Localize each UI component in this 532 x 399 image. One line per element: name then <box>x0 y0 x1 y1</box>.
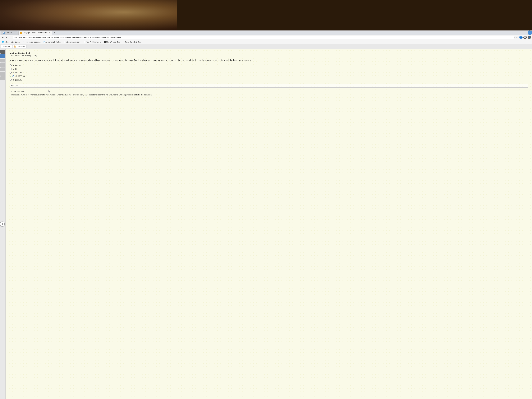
content-wrapper: < Multiple Choice 5-16 Other for AGI Ded… <box>0 49 177 133</box>
back-nav-button[interactable]: ◀ <box>1 36 4 39</box>
check-work-toggle[interactable]: ▼ Check My Work <box>11 90 177 92</box>
feedback-section: Feedback <box>10 84 177 88</box>
bookmark-nyinstitute[interactable]: 📄 New York Institute ... <box>82 41 102 43</box>
option-e[interactable]: e. $566.80 <box>10 79 177 81</box>
bookmark-clubw-icon: w <box>104 41 106 43</box>
correct-checkmark: ✓ <box>10 75 11 77</box>
sidebar: < <box>0 49 6 133</box>
bookmark-accounting-label: Accounting & Audit... <box>46 41 61 43</box>
browser-window: 📄 Ch 5 Gp 1 ✕ ⚡ CengageNOWv2 | Online te… <box>0 31 177 133</box>
tab2-favicon: ⚡ <box>20 32 22 34</box>
sidebar-item-6 <box>0 72 5 76</box>
sidebar-item-3 <box>0 59 5 63</box>
radio-d[interactable] <box>13 75 14 77</box>
option-a-label: a. $14.00 <box>13 64 21 66</box>
bookmark-accounting[interactable]: 📄 Accounting & Audit... <box>42 41 62 43</box>
page-toolbar: 📖 eBook 🧮 Calculator ? <box>0 44 177 49</box>
tab2-close[interactable]: ✕ <box>48 32 50 34</box>
tab2-label: CengageNOWv2 | Online teachin <box>23 32 48 34</box>
option-e-label: e. $566.80 <box>13 79 22 81</box>
sidebar-item-5 <box>0 68 5 71</box>
tab-cengage[interactable]: ⚡ CengageNOWv2 | Online teachin ✕ <box>19 31 52 35</box>
tab1-label: Ch 5 Gp 1 <box>6 32 13 34</box>
options-list: a. $14.00 b. $0 c. $122.00 ✓ d. $580.80 <box>10 64 177 81</box>
tab1-favicon: 📄 <box>3 32 5 34</box>
calculator-label: Calculator <box>17 45 25 48</box>
question-container: Multiple Choice 5-16 Other for AGI Deduc… <box>10 52 177 98</box>
forward-nav-button[interactable]: ▶ <box>5 36 8 39</box>
page-content: Multiple Choice 5-16 Other for AGI Deduc… <box>6 49 177 133</box>
tab1-close[interactable]: ✕ <box>14 32 16 34</box>
sidebar-item-2[interactable] <box>0 54 5 58</box>
bookmark-cheap-icon: ✳ <box>122 41 124 43</box>
ebook-label: eBook <box>5 45 11 48</box>
calculator-icon: 🧮 <box>14 45 16 48</box>
sidebar-item-4 <box>0 63 5 67</box>
tab-ch5gp1[interactable]: 📄 Ch 5 Gp 1 ✕ <box>1 31 18 35</box>
option-b-label: b. $0 <box>13 68 17 70</box>
title-bar: 📄 Ch 5 Gp 1 ✕ ⚡ CengageNOWv2 | Online te… <box>0 31 177 35</box>
bookmark-irs[interactable]: 📄 https://www.irs.gov... <box>62 41 82 43</box>
bookmark-irs-label: https://www.irs.gov... <box>66 41 81 43</box>
address-bar: ◀ ▶ ↻ ☆ 🔵 ⬜ 👤 <box>0 35 177 40</box>
question-title: Multiple Choice 5-16 <box>10 52 177 54</box>
question-text: Jessica is a U.S. Army Reservist and in … <box>10 59 177 62</box>
option-d[interactable]: ✓ d. $580.80 <box>10 75 177 77</box>
check-work-label: Check My Work <box>13 90 25 92</box>
bookmark-gaia-label: eeking Truth | Gaia... <box>4 41 20 43</box>
question-subtitle: Other for AGI Deductions (LO 5.5) <box>10 55 177 57</box>
feedback-label: Feedback <box>11 85 19 87</box>
ebook-button[interactable]: 📖 eBook <box>1 45 12 48</box>
bookmark-free-label: Free online resourc... <box>25 41 40 43</box>
radio-e[interactable] <box>10 79 12 81</box>
check-work-text: There are a number of other deductions f… <box>11 94 177 96</box>
url-input[interactable] <box>13 36 177 39</box>
bookmarks-bar: 🌐 eeking Truth | Gaia... ▼ Free online r… <box>0 40 177 44</box>
bookmark-clubw[interactable]: w Club W | Your Box <box>102 41 121 43</box>
bookmark-gaia-icon: 🌐 <box>2 41 4 43</box>
bookmark-ny-label: New York Institute ... <box>86 41 101 43</box>
radio-c[interactable] <box>10 72 12 74</box>
option-a[interactable]: a. $14.00 <box>10 64 177 66</box>
option-b[interactable]: b. $0 <box>10 68 177 70</box>
bookmark-accounting-icon: 📄 <box>43 41 45 43</box>
bookmark-ny-icon: 📄 <box>83 41 85 43</box>
radio-b[interactable] <box>10 68 12 70</box>
new-tab-button[interactable]: + <box>53 31 57 34</box>
bookmark-cheap-label: Cheap Jackets & Co... <box>125 41 141 43</box>
bookmark-cheapjackets[interactable]: ✳ Cheap Jackets & Co... <box>121 41 142 43</box>
sidebar-item-7 <box>0 76 5 80</box>
calculator-button[interactable]: 🧮 Calculator <box>13 45 27 48</box>
option-d-label: d. $580.80 <box>16 75 25 77</box>
bookmark-free-online[interactable]: ▼ Free online resourc... <box>21 41 42 43</box>
check-work-section: ▼ Check My Work There are a number of ot… <box>10 89 177 98</box>
bookmark-gaia[interactable]: 🌐 eeking Truth | Gaia... <box>1 41 21 43</box>
radio-a[interactable] <box>10 64 12 66</box>
ebook-icon: 📖 <box>3 45 5 48</box>
feedback-header: Feedback <box>10 84 177 88</box>
option-c[interactable]: c. $122.00 <box>10 71 177 74</box>
bookmark-free-icon: ▼ <box>22 41 24 43</box>
sidebar-item-1 <box>0 50 5 54</box>
bookmark-clubw-label: Club W | Your Box <box>106 41 120 43</box>
room-background <box>0 0 177 31</box>
option-c-label: c. $122.00 <box>13 71 22 74</box>
bookmark-irs-icon: 📄 <box>63 41 65 43</box>
toggle-triangle-icon: ▼ <box>11 91 13 92</box>
refresh-button[interactable]: ↻ <box>9 36 12 39</box>
